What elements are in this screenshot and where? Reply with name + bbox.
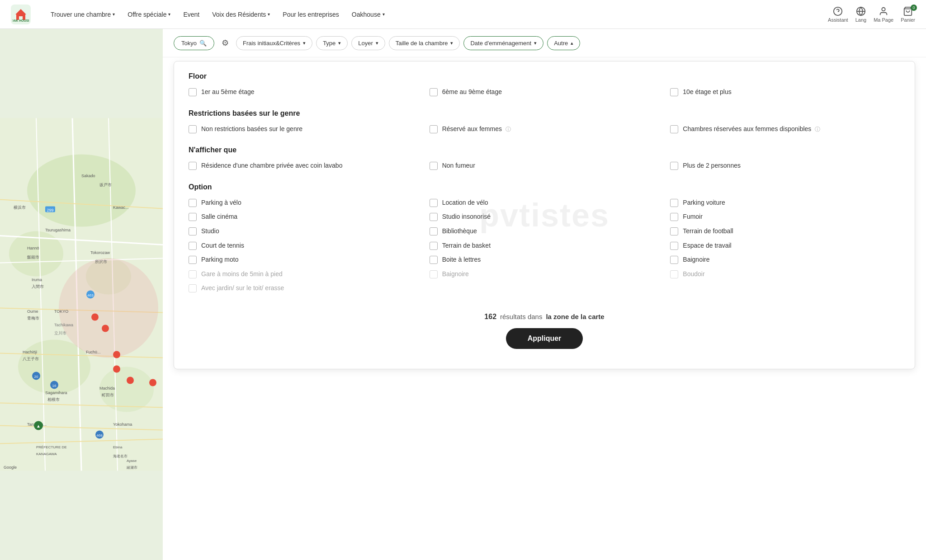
checkbox-box [189, 284, 197, 292]
content-panel: Tokyo 🔍 ⚙ Frais initiaux&Critères ▾ Type… [163, 29, 926, 560]
checkbox-option-location-velo[interactable]: Location de vélo [430, 198, 660, 207]
checkbox-floor-3[interactable]: 10e étage et plus [670, 88, 900, 97]
filter-date-button[interactable]: Date d'emménagement ▾ [463, 36, 543, 50]
checkbox-label: Résidence d'une chambre privée avec coin… [201, 161, 342, 170]
nav-item-voix[interactable]: Voix des Résidents ▾ [207, 7, 275, 22]
checkbox-box [430, 227, 438, 235]
checkbox-box [189, 242, 197, 250]
nav-action-assistant[interactable]: Assistant [828, 6, 848, 23]
checkbox-option-terrain-football[interactable]: Terrain de football [670, 227, 900, 236]
checkbox-option-jardin[interactable]: Avec jardin/ sur le toit/ erasse [189, 284, 419, 293]
nav-item-oakhouse[interactable]: Oakhouse ▾ [346, 7, 390, 22]
svg-text:Machida: Machida [99, 386, 115, 391]
checkbox-option-studio-insonorise[interactable]: Studio insonorisé [430, 212, 660, 221]
svg-text:OAK HOUSE: OAK HOUSE [13, 19, 29, 22]
nav-item-event-label: Event [183, 11, 199, 18]
checkbox-only-1[interactable]: Résidence d'une chambre privée avec coin… [189, 161, 419, 170]
svg-text:入間市: 入間市 [32, 284, 44, 289]
nav-item-entreprises[interactable]: Pour les entreprises [277, 7, 345, 22]
checkbox-option-boudoir[interactable]: Boudoir [670, 270, 900, 279]
filter-section-floor: Floor 1er au 5ème étage 6ème au 9ème éta… [189, 72, 900, 97]
checkbox-box [430, 125, 438, 133]
nav-item-trouver[interactable]: Trouver une chambre ▾ [45, 7, 120, 22]
svg-point-69 [102, 325, 109, 332]
logo[interactable]: OAK HOUSE [11, 5, 31, 24]
checkbox-option-boite-lettres[interactable]: Boite à lettres [430, 255, 660, 264]
checkbox-label: Non restrictions basées sur le genre [201, 125, 302, 134]
info-icon[interactable]: ⓘ [506, 126, 511, 132]
results-count: 162 [484, 313, 496, 321]
checkbox-gender-1[interactable]: Non restrictions basées sur le genre [189, 125, 419, 134]
checkbox-box [670, 242, 678, 250]
checkbox-label: Plus de 2 personnes [683, 161, 741, 170]
svg-text:Iruma: Iruma [32, 278, 42, 282]
checkbox-floor-2[interactable]: 6ème au 9ème étage [430, 88, 660, 97]
filter-date-label: Date d'emménagement [470, 40, 531, 47]
option-checkbox-grid: Parking à vélo Location de vélo Parking … [189, 198, 900, 293]
nav-item-offre[interactable]: Offre spéciale ▾ [122, 7, 176, 22]
filter-bar: Tokyo 🔍 ⚙ Frais initiaux&Critères ▾ Type… [163, 29, 926, 57]
nav-action-lang[interactable]: Lang [855, 6, 866, 23]
nav-item-oakhouse-label: Oakhouse [352, 11, 381, 18]
search-button[interactable]: Tokyo 🔍 [174, 36, 214, 50]
map-container[interactable]: 横浜市 Sakado 坂戸市 Kawac... Tsurugashima Han… [0, 29, 163, 560]
user-icon [879, 6, 888, 16]
checkbox-gender-3[interactable]: Chambres réservées aux femmes disponible… [670, 125, 900, 134]
checkbox-box [189, 88, 197, 96]
chevron-down-icon: ▾ [450, 40, 453, 46]
svg-text:20: 20 [34, 375, 38, 379]
checkbox-option-fumoir[interactable]: Fumoir [670, 212, 900, 221]
checkbox-option-terrain-basket[interactable]: Terrain de basket [430, 241, 660, 250]
nav-action-mapage[interactable]: Ma Page [874, 6, 893, 23]
checkbox-option-salle-cinema[interactable]: Salle cinéma [189, 212, 419, 221]
svg-text:海老名市: 海老名市 [113, 454, 128, 458]
checkbox-option-baignoire[interactable]: Baignoire [670, 255, 900, 264]
nav-actions: Assistant Lang Ma Page 0 Panier [828, 6, 915, 23]
logo-svg: OAK HOUSE [13, 6, 29, 23]
svg-text:PRÉFECTURE DE: PRÉFECTURE DE [36, 445, 67, 449]
dropdown-panel: pvtistes Floor 1er au 5ème étage 6ème au… [174, 61, 915, 369]
checkbox-box [189, 227, 197, 235]
svg-point-70 [113, 351, 120, 358]
nav-action-panier[interactable]: 0 Panier [901, 6, 915, 23]
chevron-down-icon: ▾ [303, 40, 306, 46]
checkbox-label: Terrain de football [683, 227, 733, 236]
checkbox-label: Boudoir [683, 270, 704, 279]
svg-text:立川市: 立川市 [54, 331, 66, 335]
map-panel: 横浜市 Sakado 坂戸市 Kawac... Tsurugashima Han… [0, 29, 163, 560]
checkbox-label: Fumoir [683, 212, 703, 221]
checkbox-option-espace-travail[interactable]: Espace de travail [670, 241, 900, 250]
filter-taille-button[interactable]: Taille de la chambre ▾ [389, 36, 460, 50]
svg-text:Fuchū...: Fuchū... [86, 350, 101, 354]
checkbox-box [670, 227, 678, 235]
checkbox-box [189, 213, 197, 221]
filter-autre-button[interactable]: Autre ▴ [547, 36, 580, 50]
filter-frais-button[interactable]: Frais initiaux&Critères ▾ [236, 36, 312, 50]
checkbox-option-parking-voiture[interactable]: Parking voiture [670, 198, 900, 207]
checkbox-option-studio[interactable]: Studio [189, 227, 419, 236]
checkbox-option-parking-moto[interactable]: Parking moto [189, 255, 419, 264]
svg-point-7 [882, 7, 885, 10]
checkbox-only-2[interactable]: Non fumeur [430, 161, 660, 170]
checkbox-option-court-tennis[interactable]: Court de tennis [189, 241, 419, 250]
nav-item-event[interactable]: Event [178, 7, 205, 22]
filter-loyer-button[interactable]: Loyer ▾ [351, 36, 385, 50]
svg-text:463: 463 [87, 293, 94, 297]
svg-text:八王子市: 八王子市 [23, 357, 39, 361]
section-title-option: Option [189, 183, 900, 191]
checkbox-box [670, 88, 678, 96]
svg-text:Hachiōji: Hachiōji [23, 350, 37, 354]
apply-button[interactable]: Appliquer [506, 328, 583, 349]
nav-item-entreprises-label: Pour les entreprises [283, 11, 339, 18]
only-checkbox-grid: Résidence d'une chambre privée avec coin… [189, 161, 900, 170]
checkbox-only-3[interactable]: Plus de 2 personnes [670, 161, 900, 170]
checkbox-option-bibliotheque[interactable]: Bibliothèque [430, 227, 660, 236]
checkbox-floor-1[interactable]: 1er au 5ème étage [189, 88, 419, 97]
checkbox-option-parking-velo[interactable]: Parking à vélo [189, 198, 419, 207]
filter-settings-button[interactable]: ⚙ [218, 34, 232, 52]
checkbox-gender-2[interactable]: Réservé aux femmes ⓘ [430, 125, 660, 134]
checkbox-option-baignoire-2[interactable]: Baignoire [430, 270, 660, 279]
filter-type-button[interactable]: Type ▾ [316, 36, 348, 50]
info-icon[interactable]: ⓘ [815, 126, 820, 132]
checkbox-option-gare[interactable]: Gare à moins de 5min à pied [189, 270, 419, 279]
